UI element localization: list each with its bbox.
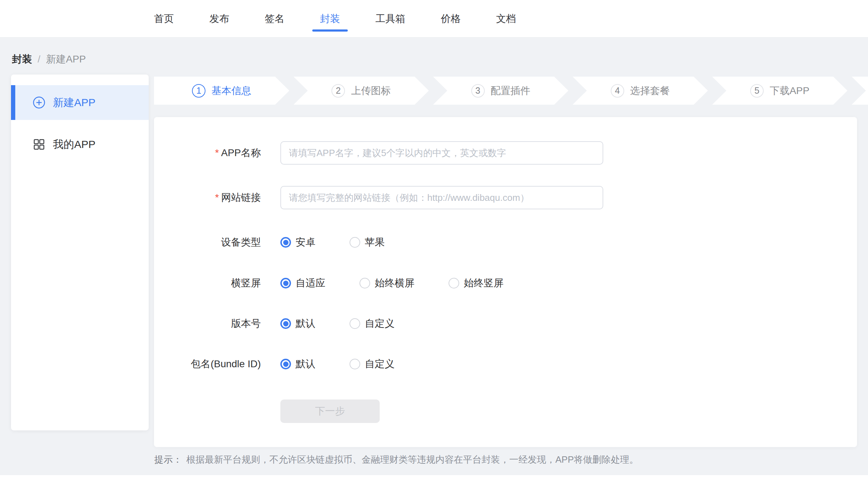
plus-circle-icon [33,97,45,109]
radio-label: 安卓 [296,236,315,249]
form-row-site-url: *网站链接 [154,186,857,209]
step-number-badge: 4 [611,84,624,98]
sidebar-item-new-app[interactable]: 新建APP [11,85,149,120]
form-row-orientation: 横竖屏 自适应 始终横屏 始终竖屏 [154,276,857,290]
radio-bundle-default[interactable]: 默认 [280,357,315,371]
nav-item-package[interactable]: 封装 [320,0,340,41]
site-url-input[interactable] [280,186,603,209]
nav-item-publish[interactable]: 发布 [209,0,229,41]
breadcrumb-separator: / [38,54,40,65]
form-actions: 下一步 [154,400,857,423]
basic-info-form: *APP名称 *网站链接 设备类型 安卓 苹果 横竖屏 自适应 [154,117,857,447]
required-asterisk: * [215,192,219,203]
step-label: 基本信息 [211,84,251,98]
radio-label: 始终横屏 [375,276,414,290]
step-number-badge: 1 [192,84,205,98]
nav-item-home[interactable]: 首页 [154,0,174,41]
app-name-input[interactable] [280,141,603,165]
step-label: 上传图标 [351,84,391,98]
radio-selected-icon [280,278,291,288]
radio-circle-icon [350,359,360,369]
sidebar-item-my-apps[interactable]: 我的APP [11,127,149,162]
radio-label: 自适应 [296,276,325,290]
required-asterisk: * [215,147,219,158]
next-step-button[interactable]: 下一步 [280,400,380,423]
radio-version-default[interactable]: 默认 [280,317,315,330]
grid-icon [33,138,45,150]
step-label: 下载APP [770,84,809,98]
step-label: 选择套餐 [630,84,670,98]
radio-circle-icon [359,278,370,288]
form-row-app-name: *APP名称 [154,141,857,165]
radio-auto-orientation[interactable]: 自适应 [280,276,325,290]
sidebar: 新建APP 我的APP [11,75,149,430]
footer-strip [0,475,868,479]
step-5-download-app: 5 下载APP [712,77,847,105]
radio-label: 始终竖屏 [464,276,504,290]
form-row-device-type: 设备类型 安卓 苹果 [154,235,857,249]
radio-version-custom[interactable]: 自定义 [350,317,395,330]
nav-item-sign[interactable]: 签名 [265,0,285,41]
field-label: 横竖屏 [177,276,261,290]
step-2-upload-icon: 2 上传图标 [293,77,429,105]
field-label: 版本号 [177,317,261,330]
radio-circle-icon [350,237,360,248]
step-4-choose-plan: 4 选择套餐 [573,77,708,105]
radio-circle-icon [350,318,360,329]
sidebar-item-label: 新建APP [53,95,95,110]
radio-circle-icon [449,278,459,288]
radio-label: 自定义 [365,317,395,330]
radio-label: 默认 [296,317,315,330]
radio-ios[interactable]: 苹果 [350,236,385,249]
radio-selected-icon [280,359,291,369]
step-number-badge: 2 [331,84,345,98]
form-row-bundle-id: 包名(Bundle ID) 默认 自定义 [154,357,857,371]
step-1-basic-info: 1 基本信息 [154,77,289,105]
radio-selected-icon [280,318,291,329]
platform-rules-hint: 提示： 根据最新平台规则，不允许区块链虚拟币、金融理财类等违规内容在平台封装，一… [154,453,638,466]
breadcrumb-package[interactable]: 封装 [12,53,32,66]
radio-android[interactable]: 安卓 [280,236,315,249]
radio-label: 默认 [296,357,315,371]
breadcrumb: 封装 / 新建APP [12,53,86,66]
field-label: 包名(Bundle ID) [177,357,261,371]
main-nav: 首页 发布 签名 封装 工具箱 价格 文档 [0,0,868,37]
hint-text: 根据最新平台规则，不允许区块链虚拟币、金融理财类等违规内容在平台封装，一经发现，… [186,453,638,466]
radio-always-landscape[interactable]: 始终横屏 [359,276,414,290]
field-label: *网站链接 [177,191,261,204]
step-wizard-filler [852,77,868,105]
form-row-version: 版本号 默认 自定义 [154,316,857,331]
field-label: *APP名称 [177,146,261,160]
radio-selected-icon [280,237,291,248]
radio-label: 苹果 [365,236,385,249]
step-number-badge: 3 [471,84,485,98]
breadcrumb-new-app: 新建APP [46,53,86,66]
step-number-badge: 5 [750,84,764,98]
nav-item-pricing[interactable]: 价格 [441,0,461,41]
sidebar-item-label: 我的APP [53,137,95,152]
radio-label: 自定义 [365,357,395,371]
top-header: 首页 发布 签名 封装 工具箱 价格 文档 [0,0,868,38]
radio-always-portrait[interactable]: 始终竖屏 [449,276,504,290]
nav-item-toolbox[interactable]: 工具箱 [375,0,405,41]
nav-item-docs[interactable]: 文档 [496,0,516,41]
hint-prefix: 提示： [154,453,182,466]
field-label: 设备类型 [177,236,261,249]
step-label: 配置插件 [491,84,531,98]
step-wizard: 1 基本信息 2 上传图标 3 配置插件 4 选择套餐 5 下载APP [154,77,868,105]
step-3-configure-plugins: 3 配置插件 [433,77,568,105]
radio-bundle-custom[interactable]: 自定义 [350,357,395,371]
